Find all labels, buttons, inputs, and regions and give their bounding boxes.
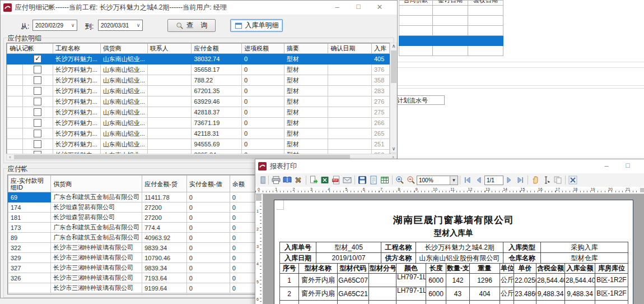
chevron-down-icon[interactable]: ∨ [134, 22, 142, 28]
checkbox-cell[interactable] [22, 107, 53, 118]
to-date-combo[interactable]: 2020/03/31∨ [98, 20, 143, 31]
title-bar[interactable]: 报表打印 – ☐ ✕ [255, 159, 644, 174]
query-button[interactable]: 查 询 [167, 19, 216, 32]
close-button[interactable]: ✕ [369, 1, 390, 15]
maximize-button[interactable]: ☐ [617, 159, 638, 173]
column-header[interactable]: 联系人 [147, 44, 192, 54]
column-header[interactable]: 确认记帐 [7, 44, 53, 54]
payable-account-row[interactable]: 322长沙市三湘特种玻璃有限公司9839.3400 [8, 243, 260, 253]
column-header[interactable]: 供货商 [100, 44, 147, 54]
hand-button[interactable] [530, 174, 541, 186]
payable-account-row[interactable]: 326长沙市三湘特种玻璃有限公司7193.6400 [8, 273, 260, 283]
column-header[interactable]: 确认日期 [328, 44, 372, 54]
confirm-checkbox[interactable] [34, 130, 41, 137]
column-header[interactable]: 供货商 [51, 176, 142, 192]
row-selector[interactable] [7, 86, 23, 96]
confirm-checkbox[interactable] [34, 55, 41, 63]
column-header[interactable]: 工程名称 [53, 44, 100, 54]
payable-account-row[interactable]: 174长沙坦森贸易有限公司2720000 [8, 202, 260, 213]
column-header[interactable]: 摘要 [284, 44, 328, 54]
column-header[interactable]: 应-实付款明细ID [8, 176, 51, 192]
payable-account-row[interactable]: 69广东合和建筑五金制品有限公司11411.7800 [8, 192, 260, 202]
zoom-level-combo[interactable]: 100%▼ [417, 176, 458, 185]
checkbox-cell[interactable] [22, 118, 53, 128]
payable-account-row[interactable]: 长沙市三湘特种玻璃有限公司9199.6400 [8, 283, 260, 293]
payable-account-row[interactable]: 173广东合和建筑五金制品有限公司774.400 [8, 223, 260, 233]
column-header[interactable]: 进项税额 [242, 44, 284, 54]
preview-area[interactable]: 123456 湖南巨晟门窗幕墙有限公司 型材入库单 入库单号型材_405工程名称… [255, 194, 644, 304]
page-number-input[interactable]: 1/1 [484, 176, 503, 185]
payable-detail-row[interactable]: 长沙万科魅力...山东南山铝业...38032.740型材405 [7, 54, 390, 65]
zoom-out-button[interactable] [405, 174, 417, 186]
excel-button[interactable] [319, 174, 330, 186]
book-button[interactable] [282, 174, 293, 186]
confirm-checkbox[interactable] [34, 66, 41, 73]
export-button[interactable] [308, 174, 319, 186]
column-header[interactable]: 入库 [371, 44, 389, 54]
ruler-thumb[interactable] [256, 194, 262, 201]
mail-button[interactable] [342, 174, 353, 186]
confirm-checkbox[interactable] [34, 119, 41, 127]
row-selector[interactable] [7, 139, 23, 150]
checkbox-cell[interactable] [22, 128, 53, 139]
document-button[interactable] [368, 174, 379, 186]
column-header[interactable]: 应付金额-贷 [142, 176, 187, 192]
print-button[interactable] [270, 174, 282, 186]
inbound-detail-button[interactable]: 入库单明细 [230, 19, 283, 32]
confirm-checkbox[interactable] [34, 140, 41, 148]
row-selector[interactable] [7, 96, 23, 107]
checkbox-cell[interactable] [22, 86, 53, 96]
payable-detail-row[interactable]: 长沙万科魅力...山东南山铝业...94555.690型材251 [7, 139, 390, 150]
tools-button[interactable] [293, 174, 304, 186]
ruler-thumb[interactable] [640, 188, 644, 192]
close-report-button[interactable] [567, 174, 578, 186]
column-header[interactable]: 实付金额-借 [186, 176, 230, 192]
nav-prev-button[interactable] [473, 174, 484, 186]
minimize-button[interactable]: – [326, 1, 348, 15]
scroll-down-icon[interactable]: ∨ [390, 146, 397, 153]
checkbox-cell[interactable] [22, 54, 53, 65]
payable-account-row[interactable]: 181长沙坦森贸易有限公司2720000 [8, 213, 260, 223]
from-date-combo[interactable]: 2020/02/29∨ [32, 20, 77, 31]
nav-last-button[interactable] [515, 174, 526, 186]
payable-account-row[interactable]: 329长沙市三湘特种玻璃有限公司10790.4600 [8, 253, 260, 263]
checkbox-cell[interactable] [22, 96, 53, 107]
payable-detail-row[interactable]: 长沙万科魅力...山东南山铝业...788.220型材358 [7, 75, 390, 86]
confirm-checkbox[interactable] [34, 87, 41, 95]
nav-first-button[interactable] [462, 174, 473, 186]
save-button[interactable] [357, 174, 368, 186]
row-selector[interactable] [7, 75, 23, 86]
copy-button[interactable] [552, 174, 563, 186]
confirm-checkbox[interactable] [34, 98, 41, 105]
payable-detail-row[interactable]: 长沙万科魅力...山东南山铝业...73671.190型材266 [7, 118, 390, 128]
row-selector[interactable] [7, 118, 23, 128]
chevron-down-icon[interactable]: ∨ [69, 22, 77, 28]
scroll-left-icon[interactable]: ‹ [7, 154, 13, 161]
payable-detail-row[interactable]: 长沙万科魅力...山东南山铝业...67201.350型材283 [7, 86, 390, 96]
background-table-row[interactable] [399, 6, 503, 16]
checkbox-cell[interactable] [22, 65, 53, 75]
minimize-button[interactable]: – [596, 159, 617, 173]
scrollbar-thumb[interactable] [391, 50, 396, 83]
payable-detail-row[interactable]: 长沙万科魅力...山东南山铝业...42118.310型材265 [7, 128, 390, 139]
window-partial-button[interactable] [255, 174, 267, 186]
chevron-down-icon[interactable]: ▼ [450, 176, 458, 185]
pdf-button[interactable]: PDF [330, 174, 342, 186]
zoom-in-button[interactable] [394, 174, 405, 186]
scroll-up-icon[interactable]: ∧ [390, 43, 397, 50]
close-button[interactable]: ✕ [638, 159, 644, 173]
grid-button[interactable] [379, 174, 390, 186]
maximize-button[interactable]: ☐ [348, 1, 369, 15]
column-header[interactable]: 应付金额 [192, 44, 242, 54]
checkbox-cell[interactable] [22, 139, 53, 150]
background-table-row[interactable] [399, 46, 503, 56]
payable-detail-row[interactable]: 长沙万科魅力...山东南山铝业...63929.460型材276 [7, 96, 390, 107]
vertical-scrollbar[interactable]: ∧ ∨ [390, 43, 397, 153]
text-select-button[interactable] [541, 174, 552, 186]
payable-account-row[interactable]: 327长沙市三湘特种玻璃有限公司9839.3400 [8, 263, 260, 273]
row-selector[interactable] [7, 54, 23, 65]
confirm-checkbox[interactable] [34, 108, 41, 116]
payable-account-row[interactable]: 89广东合和建筑五金制品有限公司40963.9200 [8, 233, 260, 243]
background-table-row[interactable] [399, 26, 503, 36]
nav-next-button[interactable] [503, 174, 515, 186]
